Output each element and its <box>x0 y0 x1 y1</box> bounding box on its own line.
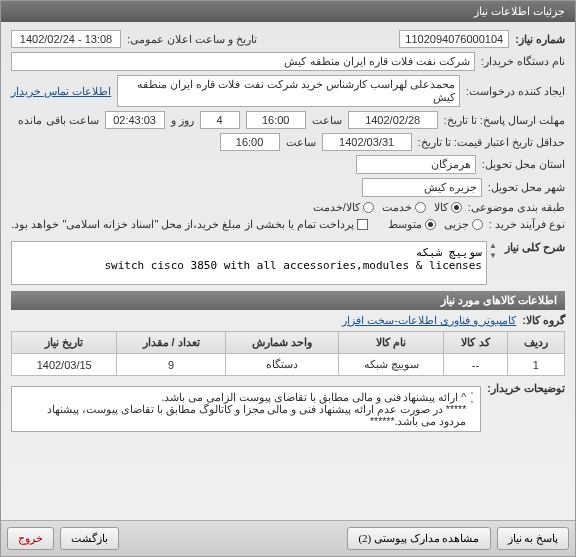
label-hours-left: ساعت باقی مانده <box>18 114 98 127</box>
td-date: 1402/03/15 <box>12 354 117 376</box>
category-radio-group: کالا خدمت کالا/خدمت <box>313 201 462 214</box>
titlebar: جزئیات اطلاعات نیاز <box>1 1 575 22</box>
field-deadline-time: 16:00 <box>246 111 306 129</box>
table-header-row: ردیف کد کالا نام کالا واحد شمارش تعداد /… <box>12 332 565 354</box>
field-creator: محمدعلی لهراسب کارشناس خرید شرکت نفت فلا… <box>117 75 460 107</box>
radio-dot-icon <box>363 202 374 213</box>
textarea-scroll[interactable]: ▲▼ <box>487 241 499 285</box>
field-deadline-date: 1402/02/28 <box>348 111 438 129</box>
label-purchase-type: نوع فرآیند خرید : <box>489 218 565 231</box>
label-city: شهر محل تحویل: <box>488 181 565 194</box>
note-scroll[interactable]: ˄˅ <box>470 391 474 409</box>
check-treasury[interactable]: پرداخت تمام یا بخشی از مبلغ خرید،از محل … <box>11 218 368 231</box>
radio-dot-icon <box>472 219 483 230</box>
field-province: هرمزگان <box>356 155 476 174</box>
label-buyer-desc: توضیحات خریدار: <box>487 382 565 395</box>
checkbox-icon <box>357 219 368 230</box>
field-validity-time: 16:00 <box>220 133 280 151</box>
label-deadline: مهلت ارسال پاسخ: تا تاریخ: <box>444 114 565 127</box>
chevron-up-icon: ▲ <box>489 241 497 250</box>
th-code[interactable]: کد کالا <box>444 332 508 354</box>
contact-link[interactable]: اطلاعات تماس خریدار <box>11 85 111 98</box>
window-title: جزئیات اطلاعات نیاز <box>474 5 565 17</box>
label-buyer: نام دستگاه خریدار: <box>481 55 565 68</box>
th-name[interactable]: نام کالا <box>338 332 443 354</box>
attachments-button[interactable]: مشاهده مدارک پیوستی (2) <box>347 527 490 550</box>
field-days-left: 4 <box>200 111 240 129</box>
buyer-note-text: ^ ارائه پیشنهاد فنی و مالی مطابق با تقاض… <box>18 391 466 427</box>
field-announce: 1402/02/24 - 13:08 <box>11 30 121 48</box>
td-code: -- <box>444 354 508 376</box>
items-table: ردیف کد کالا نام کالا واحد شمارش تعداد /… <box>11 331 565 376</box>
exit-button[interactable]: خروج <box>7 527 54 550</box>
field-hours-left: 02:43:03 <box>105 111 165 129</box>
label-announce: تاریخ و ساعت اعلان عمومی: <box>127 33 257 46</box>
label-day-and: روز و <box>171 114 194 127</box>
label-validity: حداقل تاریخ اعتبار قیمت: تا تاریخ: <box>418 136 565 149</box>
radio-dot-checked-icon <box>451 202 462 213</box>
th-date[interactable]: تاریخ نیاز <box>12 332 117 354</box>
chevron-up-icon: ˄ <box>470 391 474 400</box>
chevron-down-icon: ˅ <box>470 400 474 409</box>
radio-dot-checked-icon <box>425 219 436 230</box>
label-group: گروه کالا: <box>522 314 565 327</box>
back-button[interactable]: بازگشت <box>60 527 119 550</box>
buyer-note-box: ˄˅ ^ ارائه پیشنهاد فنی و مالی مطابق با ت… <box>11 386 481 432</box>
label-creator: ایجاد کننده درخواست: <box>466 85 565 98</box>
radio-medium[interactable]: متوسط <box>388 218 436 231</box>
label-province: استان محل تحویل: <box>482 158 565 171</box>
field-validity-date: 1402/03/31 <box>322 133 412 151</box>
label-category: طبقه بندی موضوعی: <box>468 201 565 214</box>
label-hour-1: ساعت <box>312 114 342 127</box>
radio-dot-icon <box>415 202 426 213</box>
field-req-no: 1102094076000104 <box>399 30 509 48</box>
radio-service[interactable]: خدمت <box>382 201 426 214</box>
group-link[interactable]: کامپیوتر و فناوری اطلاعات-سخت افزار <box>342 314 516 327</box>
table-row[interactable]: 1 -- سوییچ شبکه دستگاه 9 1402/03/15 <box>12 354 565 376</box>
label-hour-2: ساعت <box>286 136 316 149</box>
field-buyer: شرکت نفت فلات قاره ایران منطقه کیش <box>11 52 475 71</box>
respond-button[interactable]: پاسخ به نیاز <box>497 527 570 550</box>
td-unit: دستگاه <box>225 354 338 376</box>
th-qty[interactable]: تعداد / مقدار <box>117 332 226 354</box>
form-area: شماره نیاز: 1102094076000104 تاریخ و ساع… <box>1 22 575 440</box>
radio-goods[interactable]: کالا <box>434 201 462 214</box>
td-name: سوییچ شبکه <box>338 354 443 376</box>
desc-textarea[interactable] <box>11 241 487 285</box>
td-qty: 9 <box>117 354 226 376</box>
label-req-no: شماره نیاز: <box>515 33 565 46</box>
radio-small[interactable]: جزیی <box>444 218 483 231</box>
purchase-type-group: جزیی متوسط <box>388 218 483 231</box>
th-unit[interactable]: واحد شمارش <box>225 332 338 354</box>
th-row[interactable]: ردیف <box>507 332 564 354</box>
window-root: جزئیات اطلاعات نیاز شماره نیاز: 11020940… <box>0 0 576 557</box>
chevron-down-icon: ▼ <box>489 251 497 260</box>
footer-bar: پاسخ به نیاز مشاهده مدارک پیوستی (2) باز… <box>1 520 575 556</box>
section-items-header: اطلاعات کالاهای مورد نیاز <box>11 291 565 310</box>
label-desc: شرح کلی نیاز <box>505 241 565 254</box>
field-city: جزیره کیش <box>362 178 482 197</box>
td-row: 1 <box>507 354 564 376</box>
radio-goods-service[interactable]: کالا/خدمت <box>313 201 374 214</box>
